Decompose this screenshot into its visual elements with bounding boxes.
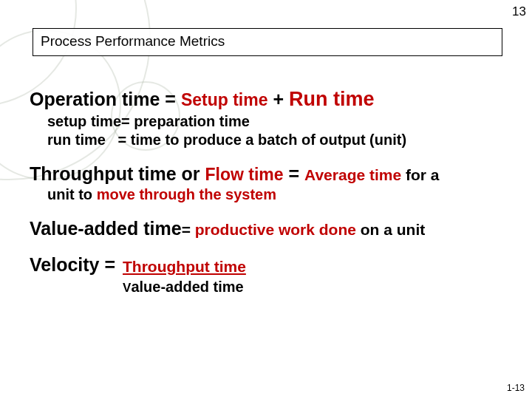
setup-definition: setup time= preparation time — [47, 112, 510, 131]
productive-work-text: productive work done — [195, 221, 356, 238]
text: = — [182, 221, 195, 238]
operation-time-block: Operation time = Setup time + Run time s… — [30, 87, 510, 149]
average-time-text: Average time — [304, 166, 401, 183]
runtime-definition: run time = time to produce a batch of ou… — [47, 131, 510, 149]
text: on a unit — [356, 221, 425, 238]
value-added-block: Value-added time= productive work done o… — [30, 217, 510, 240]
text: move through the system — [97, 186, 276, 202]
text: = time to produce a batch of output (uni… — [114, 132, 406, 148]
setup-time-text: Setup time — [181, 90, 268, 109]
throughput-time-block: Throughput time or Flow time = Average t… — [30, 163, 510, 204]
throughput-time-line: Throughput time or Flow time = Average t… — [30, 163, 510, 185]
text: V — [123, 281, 131, 295]
flow-time-text: Flow time — [205, 165, 283, 184]
text: Value-added time — [30, 218, 182, 239]
text: run time — [47, 131, 114, 149]
text: Throughput time or — [30, 163, 205, 184]
text: alue-added time — [131, 279, 243, 295]
velocity-fraction: Throughput time Value-added time — [123, 256, 246, 296]
text: for a — [401, 166, 439, 183]
throughput-sub: unit to move through the system — [47, 185, 510, 204]
text: unit to — [47, 186, 97, 202]
slide-title: Process Performance Metrics — [41, 33, 225, 49]
velocity-denominator: Value-added time — [123, 277, 246, 296]
page-number-top: 13 — [512, 4, 526, 19]
text: + — [268, 89, 290, 109]
page-number-bottom: 1-13 — [507, 383, 525, 393]
operation-time-line: Operation time = Setup time + Run time — [30, 87, 510, 112]
slide-title-box: Process Performance Metrics — [33, 28, 502, 56]
velocity-block: Velocity = Throughput time Value-added t… — [30, 253, 510, 296]
text: Operation time = — [30, 89, 181, 109]
value-added-line: Value-added time= productive work done o… — [30, 217, 510, 240]
run-time-text: Run time — [289, 88, 375, 110]
velocity-numerator: Throughput time — [123, 258, 246, 275]
slide-content: Operation time = Setup time + Run time s… — [30, 87, 510, 310]
velocity-label: Velocity = — [30, 253, 115, 276]
text: = — [284, 163, 305, 184]
